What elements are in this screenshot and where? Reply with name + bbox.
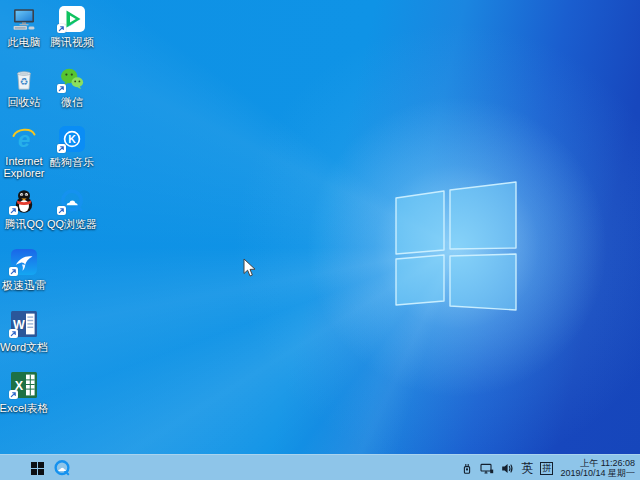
- desktop-icon-wechat[interactable]: 微信: [49, 66, 95, 110]
- language-indicator[interactable]: 英: [521, 462, 533, 474]
- tencent-qq-icon: [11, 188, 37, 214]
- excel-spreadsheet-icon: X: [11, 372, 37, 398]
- shortcut-arrow-icon: [9, 390, 18, 399]
- this-pc-icon: [11, 6, 37, 32]
- shortcut-arrow-icon: [9, 329, 18, 338]
- recycle-bin-icon: ♻: [11, 66, 37, 92]
- ime-indicator[interactable]: 拼: [540, 462, 553, 475]
- wechat-icon: [59, 66, 85, 92]
- desktop-icon-recycle-bin[interactable]: ♻ 回收站: [1, 66, 47, 110]
- desktop-icon-kugou-music[interactable]: K 酷狗音乐: [49, 126, 95, 170]
- desktop-icon-this-pc[interactable]: 此电脑: [1, 6, 47, 50]
- system-tray: 英 拼 上午 11:26:08 2019/10/14 星期一: [461, 455, 637, 480]
- desktop-icon-tencent-qq[interactable]: 腾讯QQ: [1, 188, 47, 232]
- desktop-icon-label: 极速迅雷: [0, 279, 53, 291]
- desktop-icon-label: 微信: [43, 96, 101, 108]
- internet-explorer-icon: e: [11, 126, 37, 152]
- shortcut-arrow-icon: [9, 267, 18, 276]
- qq-browser-icon: [59, 188, 85, 214]
- desktop-icon-internet-explorer[interactable]: e Internet Explorer: [1, 126, 47, 181]
- clock-date: 2019/10/14 星期一: [560, 468, 635, 478]
- qq-browser-icon: [53, 459, 71, 477]
- tencent-video-icon: [59, 6, 85, 32]
- desktop-icon-label: Word文档: [0, 341, 53, 353]
- shortcut-arrow-icon: [9, 206, 18, 215]
- desktop-icon-word-document[interactable]: W Word文档: [1, 311, 47, 355]
- desktop-icon-label: Excel表格: [0, 402, 53, 414]
- taskbar: 英 拼 上午 11:26:08 2019/10/14 星期一: [0, 454, 640, 480]
- usb-device-icon[interactable]: [461, 462, 473, 475]
- desktop-icon-label: QQ浏览器: [43, 218, 101, 230]
- desktop-icon-thunder-speed[interactable]: 极速迅雷: [1, 249, 47, 293]
- shortcut-arrow-icon: [57, 144, 66, 153]
- shortcut-arrow-icon: [57, 24, 66, 33]
- taskbar-clock[interactable]: 上午 11:26:08 2019/10/14 星期一: [560, 458, 637, 478]
- desktop-icon-label: 酷狗音乐: [43, 156, 101, 168]
- word-document-icon: W: [11, 311, 37, 337]
- svg-text:♻: ♻: [20, 76, 29, 87]
- thunder-speed-icon: [11, 249, 37, 275]
- desktop-icon-excel-spreadsheet[interactable]: X Excel表格: [1, 372, 47, 416]
- desktop-icon-label: 腾讯视频: [43, 36, 101, 48]
- desktop-wallpaper: [0, 0, 640, 480]
- svg-text:K: K: [68, 133, 76, 145]
- start-button[interactable]: [31, 461, 44, 474]
- clock-time: 上午 11:26:08: [580, 458, 635, 468]
- desktop-icon-tencent-video[interactable]: 腾讯视频: [49, 6, 95, 50]
- windows-start-icon: [31, 462, 44, 475]
- network-icon[interactable]: [480, 462, 494, 475]
- taskbar-qq-browser-button[interactable]: [53, 459, 71, 477]
- desktop-icon-qq-browser[interactable]: QQ浏览器: [49, 188, 95, 232]
- volume-icon[interactable]: [501, 462, 514, 475]
- shortcut-arrow-icon: [57, 84, 66, 93]
- kugou-music-icon: K: [59, 126, 85, 152]
- shortcut-arrow-icon: [57, 206, 66, 215]
